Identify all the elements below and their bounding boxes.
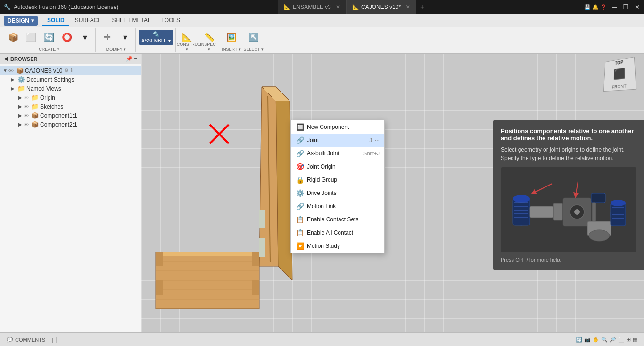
revolve-btn[interactable]: 🔄 bbox=[41, 32, 58, 42]
menu-item-drive-joints[interactable]: ⚙️ Drive Joints bbox=[291, 186, 384, 200]
tree-arrow-sketches[interactable]: ▶ bbox=[17, 104, 24, 109]
tab-close-cajones[interactable]: ✕ bbox=[405, 4, 410, 10]
menu-item-enable-contact-sets[interactable]: 📋 Enable Contact Sets bbox=[291, 213, 384, 226]
visibility-root[interactable]: 👁 bbox=[8, 68, 14, 74]
visibility-origin[interactable]: 👁 bbox=[24, 95, 29, 101]
hole-btn[interactable]: ⭕ bbox=[58, 32, 75, 42]
comp1-label: Component1:1 bbox=[40, 112, 77, 119]
design-dropdown-icon: ▾ bbox=[31, 17, 34, 24]
joint-illustration bbox=[501, 167, 636, 252]
root-more-icon[interactable]: ℹ bbox=[71, 68, 73, 74]
assemble-group: 🔩 ASSEMBLE ▾ bbox=[137, 28, 176, 52]
grid-icon[interactable]: ⊞ bbox=[627, 337, 631, 343]
menu-item-motion-link[interactable]: 🔗 Motion Link bbox=[291, 200, 384, 213]
menu-item-new-component[interactable]: 🔲 New Component bbox=[291, 120, 384, 134]
cube-navigation[interactable]: TOP FRONT ⬛ bbox=[603, 58, 640, 95]
joint-shortcut: J bbox=[370, 137, 372, 143]
browser-item-origin[interactable]: ▶ 👁 📁 Origin bbox=[0, 93, 141, 102]
comments-label: COMMENTS bbox=[15, 337, 45, 343]
zoom-icon[interactable]: 🔍 bbox=[601, 337, 608, 343]
modify-more-btn[interactable]: ▾ bbox=[116, 32, 133, 42]
doc-settings-icon: ⚙️ bbox=[17, 76, 25, 83]
drive-joints-icon: ⚙️ bbox=[296, 189, 304, 197]
construct-btn[interactable]: 📐 bbox=[179, 32, 196, 42]
cube-top-label: TOP bbox=[615, 60, 624, 66]
visibility-comp1[interactable]: 👁 bbox=[24, 113, 29, 118]
design-button[interactable]: DESIGN ▾ bbox=[4, 16, 38, 26]
new-component-tb-btn[interactable]: 📦 bbox=[5, 32, 22, 42]
browser-item-named-views[interactable]: ▶ 📁 Named Views bbox=[0, 84, 141, 93]
restore-button[interactable]: ❐ bbox=[623, 3, 629, 11]
rotate-icon[interactable]: 🔄 bbox=[576, 337, 582, 343]
joint-more-icon[interactable]: ⋯ bbox=[375, 138, 380, 143]
help-title: Positions components relative to one ano… bbox=[501, 127, 636, 142]
menu-item-rigid-group[interactable]: 🔒 Rigid Group bbox=[291, 173, 384, 186]
rigid-group-icon: 🔒 bbox=[296, 176, 304, 184]
inspect-icon: 📏 bbox=[204, 33, 215, 42]
browser-item-component1[interactable]: ▶ 👁 📦 Component1:1 bbox=[0, 111, 141, 120]
visibility-comp2[interactable]: 👁 bbox=[24, 122, 29, 127]
tree-arrow-comp1[interactable]: ▶ bbox=[17, 113, 24, 118]
root-settings-icon[interactable]: ⚙ bbox=[64, 68, 69, 74]
toolbar-buttons: 📦 ⬜ 🔄 ⭕ ▾ CREATE ▾ ✛ ▾ MODIFY ▾ bbox=[0, 27, 644, 53]
inspect-btn[interactable]: 📏 bbox=[201, 32, 218, 42]
insert-icon: 🖼️ bbox=[226, 33, 237, 42]
display-icon[interactable]: ⬜ bbox=[618, 337, 625, 343]
pan-icon[interactable]: ✋ bbox=[593, 337, 599, 343]
create-more-btn[interactable]: ▾ bbox=[76, 32, 93, 42]
cube-front-label: FRONT bbox=[612, 84, 627, 90]
browser-collapse-icon[interactable]: ◀ bbox=[4, 56, 8, 62]
main-area: ◀ BROWSER 📌 ≡ ▼ 👁 📦 CAJONES v10 ⚙ ℹ ▶ ⚙️ bbox=[0, 54, 644, 332]
browser-item-doc-settings[interactable]: ▶ ⚙️ Document Settings bbox=[0, 75, 141, 84]
tab-sheet-metal[interactable]: SHEET METAL bbox=[107, 15, 155, 26]
browser-item-root[interactable]: ▼ 👁 📦 CAJONES v10 ⚙ ℹ bbox=[0, 66, 141, 75]
close-button[interactable]: ✕ bbox=[635, 3, 640, 11]
browser-item-component2[interactable]: ▶ 👁 📦 Component2:1 bbox=[0, 120, 141, 129]
tab-ensamble[interactable]: 📐 ENSAMBLE v3 ✕ bbox=[278, 0, 347, 14]
svg-rect-27 bbox=[530, 206, 553, 218]
new-component-menu-icon: 🔲 bbox=[296, 123, 304, 131]
statusbar: 💬 COMMENTS + | 🔄 📷 ✋ 🔍 🔎 ⬜ ⊞ ▦ bbox=[0, 332, 644, 346]
select-btn[interactable]: ↖️ bbox=[245, 32, 262, 42]
browser-item-sketches[interactable]: ▶ 👁 📁 Sketches bbox=[0, 102, 141, 111]
tab-tools[interactable]: TOOLS bbox=[157, 15, 185, 26]
inspect-group: 📏 INSPECT ▾ bbox=[199, 28, 220, 52]
construct-label: CONSTRUCT ▾ bbox=[177, 42, 198, 51]
viewport[interactable]: 🔲 New Component 🔗 Joint J ⋯ 🔗 As-built J… bbox=[141, 54, 644, 332]
tree-arrow-root[interactable]: ▼ bbox=[2, 68, 8, 73]
tree-arrow-origin[interactable]: ▶ bbox=[17, 95, 24, 100]
tree-arrow-views[interactable]: ▶ bbox=[9, 86, 16, 91]
inspect-label: INSPECT ▾ bbox=[199, 42, 220, 51]
move-btn[interactable]: ✛ bbox=[99, 32, 116, 42]
tree-arrow-comp2[interactable]: ▶ bbox=[17, 122, 24, 127]
tab-surface[interactable]: SURFACE bbox=[70, 15, 107, 26]
tab-close-ensamble[interactable]: ✕ bbox=[336, 4, 340, 10]
comments-expand-icon[interactable]: + bbox=[47, 337, 50, 343]
menu-item-joint-origin[interactable]: 🎯 Joint Origin bbox=[291, 160, 384, 173]
tab-solid[interactable]: SOLID bbox=[42, 15, 69, 26]
tab-label: ENSAMBLE v3 bbox=[293, 4, 331, 10]
menu-item-joint[interactable]: 🔗 Joint J ⋯ bbox=[291, 134, 384, 147]
extrude-btn[interactable]: ⬜ bbox=[23, 32, 40, 42]
help-body2: Specify the type to define the relative … bbox=[501, 155, 613, 161]
motion-study-label: Motion Study bbox=[307, 243, 380, 249]
motion-study-icon: ▶️ bbox=[296, 242, 304, 250]
assemble-dropdown-btn[interactable]: 🔩 ASSEMBLE ▾ bbox=[139, 30, 173, 45]
browser-pin-icon[interactable]: 📌 bbox=[126, 56, 132, 62]
menu-item-enable-all-contact[interactable]: 📋 Enable All Contact bbox=[291, 226, 384, 239]
insert-btn[interactable]: 🖼️ bbox=[223, 32, 240, 42]
camera-icon[interactable]: 📷 bbox=[584, 337, 591, 343]
visibility-sketches[interactable]: 👁 bbox=[24, 104, 29, 110]
svg-rect-33 bbox=[592, 203, 596, 221]
browser-options-icon[interactable]: ≡ bbox=[134, 56, 137, 62]
tab-cajones[interactable]: 📐 CAJONES v10* ✕ bbox=[347, 0, 416, 14]
zoom-window-icon[interactable]: 🔎 bbox=[610, 337, 616, 343]
menu-item-as-built-joint[interactable]: 🔗 As-built Joint Shift+J bbox=[291, 147, 384, 160]
display-more-icon[interactable]: ▦ bbox=[633, 337, 637, 343]
comments-pin-icon[interactable]: | bbox=[52, 337, 54, 343]
tree-arrow-doc[interactable]: ▶ bbox=[9, 77, 16, 82]
new-tab-button[interactable]: + bbox=[420, 3, 424, 11]
menu-item-motion-study[interactable]: ▶️ Motion Study bbox=[291, 239, 384, 253]
joint-svg bbox=[503, 169, 635, 250]
minimize-button[interactable]: ─ bbox=[612, 3, 617, 11]
